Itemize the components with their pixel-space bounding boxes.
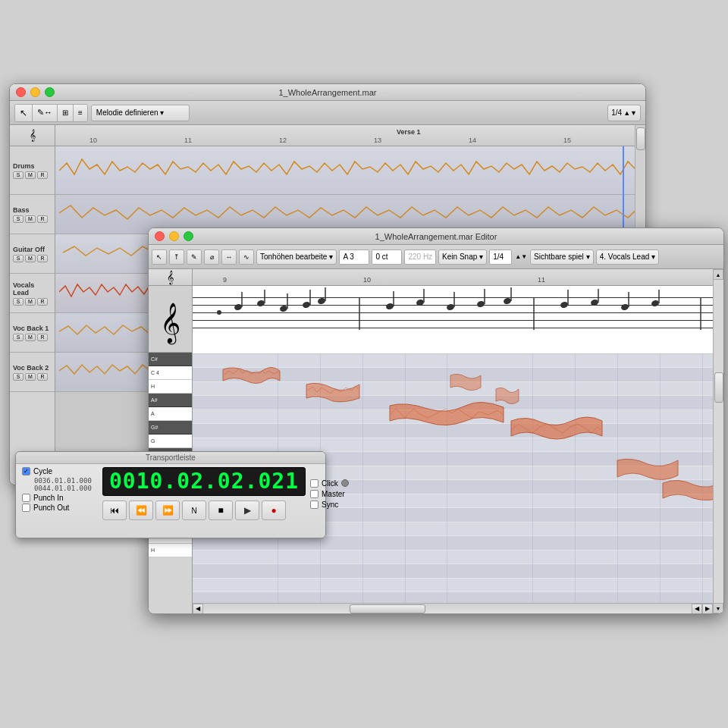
rewind-start-btn[interactable]: ⏮: [102, 500, 127, 520]
transport-timecode: 0010.02.02.021: [102, 467, 306, 496]
key-g-sharp[interactable]: G#: [149, 421, 192, 435]
editor-v-thumb[interactable]: [714, 372, 723, 403]
punch-in-label: Punch In: [33, 494, 63, 502]
solo-drums[interactable]: S: [13, 171, 24, 179]
key-c-sharp-4[interactable]: C#: [149, 353, 192, 366]
bass-waveform: [59, 196, 635, 231]
editor-content-area: 9 10 11: [193, 269, 713, 613]
svg-point-29: [651, 300, 660, 307]
editor-h-scrollbar[interactable]: ◀ ◀ ▶: [193, 603, 713, 613]
solo-voc2[interactable]: S: [13, 373, 24, 381]
editor-scroll-left[interactable]: ◀: [193, 604, 203, 614]
svg-point-17: [446, 303, 455, 311]
list-tool-btn[interactable]: ≡: [74, 105, 87, 121]
close-button[interactable]: [16, 87, 26, 97]
sync-checkbox[interactable]: [310, 500, 318, 509]
editor-close-btn[interactable]: [155, 231, 165, 241]
arrangement-ruler: 10 11 12 13 Verse 1 14 15: [55, 125, 635, 146]
play-btn[interactable]: ▶: [235, 500, 259, 520]
rewind-btn[interactable]: ⏪: [129, 500, 153, 520]
editor-track-dropdown[interactable]: 4. Vocals Lead ▾: [596, 249, 660, 265]
drums-waveform: [59, 148, 635, 193]
editor-cents-field[interactable]: 0 ct: [372, 249, 402, 265]
grid-tool-btn[interactable]: ⊞: [58, 105, 74, 121]
forward-btn[interactable]: ⏩: [155, 500, 180, 520]
mute-vocals[interactable]: M: [25, 298, 36, 306]
key-a[interactable]: A: [149, 407, 192, 421]
editor-snap-dropdown[interactable]: Kein Snap ▾: [438, 249, 487, 265]
end-btn[interactable]: N: [182, 500, 206, 520]
rec-vocals[interactable]: R: [37, 298, 48, 306]
editor-note-field[interactable]: A 3: [339, 249, 369, 265]
rec-voc1[interactable]: R: [37, 334, 48, 341]
snap-control[interactable]: 1/4 ▲▼: [607, 105, 641, 121]
rec-voc2[interactable]: R: [37, 373, 48, 381]
editor-scroll-up[interactable]: ▲: [713, 269, 723, 280]
editor-scroll-right-1[interactable]: ◀: [692, 604, 702, 614]
solo-vocals[interactable]: S: [13, 298, 24, 306]
svg-point-23: [560, 301, 569, 309]
minimize-button[interactable]: [30, 87, 40, 97]
transport-title: Transportleiste: [16, 452, 325, 464]
editor-scroll-down[interactable]: ▼: [713, 603, 723, 613]
editor-toolbar: ↖ ⤒ ✎ ⌀ ↔ ∿ Tonhöhen bearbeite ▾ A 3 0 c…: [149, 245, 723, 269]
click-checkbox[interactable]: [310, 479, 318, 488]
quantize-arrows[interactable]: ▲▼: [515, 253, 527, 260]
svg-point-11: [317, 297, 326, 305]
svg-point-37: [217, 310, 221, 315]
record-btn[interactable]: ●: [262, 500, 286, 520]
select-tool-btn[interactable]: ↖: [15, 105, 33, 121]
rec-guitar[interactable]: R: [37, 255, 48, 262]
rec-bass[interactable]: R: [37, 215, 48, 223]
track-name-guitar: Guitar Off: [13, 246, 52, 253]
draw-tool-btn[interactable]: ✎↔: [33, 105, 58, 121]
cycle-checkbox[interactable]: ✓: [22, 467, 30, 475]
track-name-voc1: Voc Back 1: [13, 325, 52, 332]
editor-min-btn[interactable]: [169, 231, 179, 241]
editor-pitch-tool[interactable]: ⤒: [169, 249, 184, 265]
track-header-guitar: Guitar Off S M R: [10, 234, 55, 274]
transport-controls: ⏮ ⏪ ⏩ N ■ ▶ ●: [102, 500, 306, 520]
track-header-voc1: Voc Back 1 S M R: [10, 313, 55, 353]
editor-mode-dropdown[interactable]: Tonhöhen bearbeite ▾: [256, 249, 337, 265]
solo-voc1[interactable]: S: [13, 334, 24, 341]
editor-v-scrollbar[interactable]: ▲ ▼: [713, 269, 723, 613]
track-row-drums: [55, 146, 635, 195]
stop-btn[interactable]: ■: [209, 500, 233, 520]
maximize-button[interactable]: [45, 87, 55, 97]
punch-in-checkbox[interactable]: [22, 494, 30, 502]
svg-point-15: [416, 299, 425, 306]
mute-drums[interactable]: M: [25, 171, 36, 179]
track-name-vocals: Vocals Lead: [13, 281, 52, 297]
editor-split-tool[interactable]: ⌀: [204, 249, 219, 265]
editor-fade-tool[interactable]: ∿: [239, 249, 254, 265]
editor-scroll-right-2[interactable]: ▶: [702, 604, 713, 614]
snap-arrows: ▲▼: [623, 109, 637, 117]
transport-body: ✓ Cycle 0036.01.01.000 0044.01.01.000 Pu…: [22, 467, 319, 520]
mute-guitar[interactable]: M: [25, 255, 36, 262]
key-h-low[interactable]: H: [149, 544, 192, 557]
solo-bass[interactable]: S: [13, 215, 24, 223]
mute-bass[interactable]: M: [25, 215, 36, 223]
solo-guitar[interactable]: S: [13, 255, 24, 262]
editor-select-tool[interactable]: ↖: [152, 249, 167, 265]
mute-voc2[interactable]: M: [25, 373, 36, 381]
melodie-dropdown[interactable]: Melodie definieren ▾: [91, 105, 190, 121]
punch-out-checkbox[interactable]: [22, 504, 30, 512]
rec-drums[interactable]: R: [37, 171, 48, 179]
master-checkbox[interactable]: [310, 490, 318, 498]
key-g[interactable]: G: [149, 435, 192, 448]
editor-view-dropdown[interactable]: Sichtbare spiel ▾: [530, 249, 594, 265]
key-c4[interactable]: C 4: [149, 366, 192, 380]
editor-max-btn[interactable]: [184, 231, 193, 241]
tool-buttons: ↖ ✎↔ ⊞ ≡: [14, 104, 88, 122]
editor-h-thumb[interactable]: [350, 604, 425, 613]
track-controls-guitar: S M R: [13, 255, 52, 262]
key-h[interactable]: H: [149, 380, 192, 394]
track-controls-vocals: S M R: [13, 298, 52, 306]
editor-time-tool[interactable]: ↔: [221, 249, 237, 265]
key-a-sharp[interactable]: A#: [149, 394, 192, 407]
v-scrollbar-thumb[interactable]: [636, 127, 645, 150]
mute-voc1[interactable]: M: [25, 334, 36, 341]
editor-draw-tool[interactable]: ✎: [187, 249, 202, 265]
